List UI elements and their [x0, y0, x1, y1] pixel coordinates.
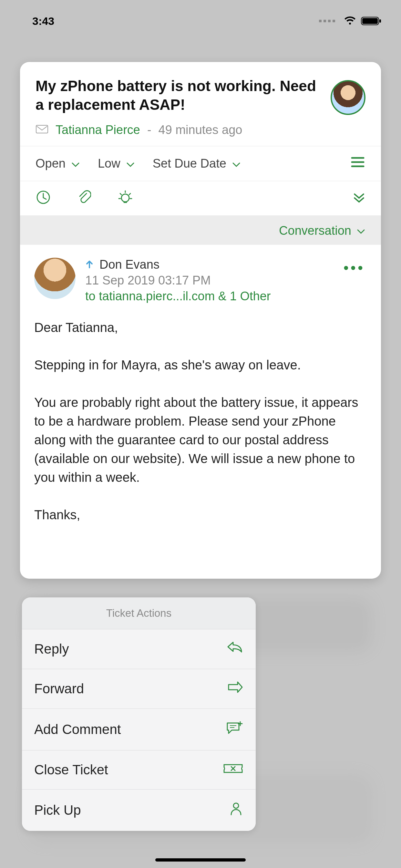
due-date-dropdown[interactable]: Set Due Date — [153, 157, 241, 170]
chevron-down-icon — [232, 157, 241, 170]
message-recipients[interactable]: to tatianna.pierc...il.com & 1 Other — [85, 289, 271, 303]
action-label: Pick Up — [34, 802, 81, 818]
person-icon — [228, 801, 243, 819]
sheet-title: Ticket Actions — [22, 597, 256, 629]
status-dropdown[interactable]: Open — [35, 157, 80, 170]
requester-avatar[interactable] — [331, 80, 366, 115]
action-reply[interactable]: Reply — [22, 629, 256, 669]
forward-icon — [227, 681, 243, 697]
status-indicators — [319, 16, 382, 26]
message-body: Dear Tatianna, Stepping in for Mayra, as… — [34, 318, 367, 524]
ticket-properties-row: Open Low Set Due Date — [20, 146, 381, 181]
ticket-age: 49 minutes ago — [158, 123, 243, 137]
status-bar: 3:43 — [0, 0, 401, 42]
ticket-meta-row: Tatianna Pierce - 49 minutes ago — [35, 123, 366, 137]
chevron-down-icon — [71, 157, 80, 170]
ticket-title: My zPhone battery is not working. Need a… — [35, 77, 366, 114]
ticket-actions-sheet: Ticket Actions Reply Forward Add Comment… — [22, 597, 256, 831]
chevron-down-icon — [126, 157, 135, 170]
svg-rect-2 — [379, 20, 381, 23]
home-indicator[interactable] — [155, 858, 246, 862]
wifi-icon — [343, 16, 357, 26]
action-pick-up[interactable]: Pick Up — [22, 789, 256, 831]
svg-point-6 — [234, 803, 239, 808]
chevron-down-icon — [357, 224, 366, 238]
message-card: Don Evans 11 Sep 2019 03:17 PM to tatian… — [20, 245, 381, 537]
ticket-tool-row — [20, 181, 381, 215]
svg-rect-1 — [362, 18, 378, 24]
expand-icon[interactable] — [352, 191, 366, 204]
more-properties-button[interactable] — [350, 156, 366, 171]
status-value: Open — [35, 157, 66, 170]
ticket-card: My zPhone battery is not working. Need a… — [20, 62, 381, 579]
svg-point-5 — [121, 194, 129, 202]
action-label: Close Ticket — [34, 762, 108, 778]
due-date-value: Set Due Date — [153, 157, 226, 170]
priority-dropdown[interactable]: Low — [98, 157, 135, 170]
action-add-comment[interactable]: Add Comment — [22, 709, 256, 750]
attachment-icon[interactable] — [77, 190, 91, 205]
comment-icon — [225, 720, 243, 739]
meta-separator: - — [147, 123, 151, 137]
history-icon[interactable] — [35, 190, 51, 205]
svg-rect-3 — [36, 125, 48, 133]
conversation-label: Conversation — [279, 224, 351, 238]
message-more-button[interactable]: ••• — [343, 259, 365, 276]
action-label: Add Comment — [34, 722, 121, 737]
requester-name[interactable]: Tatianna Pierce — [56, 123, 140, 137]
action-close-ticket[interactable]: Close Ticket — [22, 750, 256, 789]
ticket-close-icon — [223, 762, 243, 778]
battery-icon — [361, 16, 382, 26]
reply-icon — [227, 641, 243, 657]
mail-icon — [35, 123, 49, 137]
agent-avatar[interactable] — [34, 258, 75, 299]
reply-indicator-icon — [85, 258, 94, 271]
cell-signal-dots-icon — [319, 20, 335, 22]
action-label: Reply — [34, 641, 69, 657]
conversation-view-dropdown[interactable]: Conversation — [20, 215, 381, 245]
ticket-header: My zPhone battery is not working. Need a… — [20, 62, 381, 146]
action-forward[interactable]: Forward — [22, 669, 256, 709]
message-author: Don Evans — [99, 258, 159, 272]
lightbulb-icon[interactable] — [117, 189, 134, 206]
status-time: 3:43 — [32, 15, 54, 27]
action-label: Forward — [34, 681, 84, 696]
message-header: Don Evans 11 Sep 2019 03:17 PM to tatian… — [34, 258, 367, 303]
message-timestamp: 11 Sep 2019 03:17 PM — [85, 274, 271, 287]
priority-value: Low — [98, 157, 120, 170]
